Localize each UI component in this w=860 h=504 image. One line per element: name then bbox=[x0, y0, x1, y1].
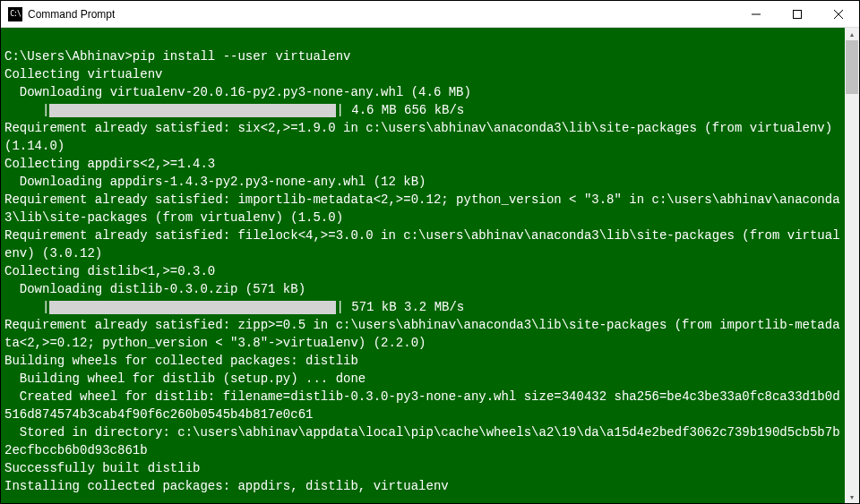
terminal-line: Collecting distlib<1,>=0.3.0 bbox=[4, 262, 841, 280]
terminal-line: Collecting appdirs<2,>=1.4.3 bbox=[4, 155, 841, 173]
terminal-line: Building wheels for collected packages: … bbox=[4, 352, 841, 370]
terminal-line: Successfully built distlib bbox=[4, 459, 841, 477]
progress-bar bbox=[49, 104, 336, 117]
minimize-button[interactable] bbox=[735, 1, 777, 27]
terminal-wrapper: C:\Users\Abhinav>pip install --user virt… bbox=[1, 28, 859, 503]
terminal-line: Requirement already satisfied: importlib… bbox=[4, 191, 841, 226]
progress-bar bbox=[49, 301, 336, 314]
terminal-line: Collecting virtualenv bbox=[4, 65, 841, 83]
terminal-line: Requirement already satisfied: six<2,>=1… bbox=[4, 119, 841, 155]
progress-prefix: | bbox=[4, 300, 49, 314]
svg-rect-1 bbox=[794, 10, 802, 18]
scrollbar-down-arrow-icon[interactable]: ▾ bbox=[845, 491, 859, 503]
command-prompt-window: C:\ Command Prompt C:\Users\Abhinav>pip … bbox=[0, 0, 860, 504]
terminal-line: Stored in directory: c:\users\abhinav\ap… bbox=[4, 423, 841, 459]
terminal-line: Downloading appdirs-1.4.3-py2.py3-none-a… bbox=[4, 173, 841, 191]
window-title: Command Prompt bbox=[28, 8, 735, 21]
close-button[interactable] bbox=[818, 1, 859, 27]
terminal-line: Building wheel for distlib (setup.py) ..… bbox=[4, 370, 841, 388]
terminal-line: Downloading distlib-0.3.0.zip (571 kB) bbox=[4, 280, 841, 298]
terminal-line: || 571 kB 3.2 MB/s bbox=[4, 298, 841, 316]
vertical-scrollbar[interactable]: ▴ ▾ bbox=[845, 28, 859, 503]
progress-suffix: | 4.6 MB 656 kB/s bbox=[336, 103, 464, 117]
close-icon bbox=[834, 10, 843, 19]
maximize-icon bbox=[793, 10, 802, 19]
terminal-line: Requirement already satisfied: zipp>=0.5… bbox=[4, 316, 841, 352]
terminal-line: Requirement already satisfied: filelock<… bbox=[4, 226, 841, 262]
cmd-icon: C:\ bbox=[8, 7, 22, 21]
progress-prefix: | bbox=[4, 103, 49, 117]
terminal-output[interactable]: C:\Users\Abhinav>pip install --user virt… bbox=[1, 28, 845, 503]
terminal-line bbox=[4, 30, 841, 47]
scrollbar-thumb[interactable] bbox=[846, 40, 858, 94]
progress-suffix: | 571 kB 3.2 MB/s bbox=[336, 300, 464, 314]
maximize-button[interactable] bbox=[777, 1, 818, 27]
titlebar[interactable]: C:\ Command Prompt bbox=[1, 1, 859, 28]
window-controls bbox=[735, 1, 859, 27]
terminal-line: || 4.6 MB 656 kB/s bbox=[4, 101, 841, 119]
scrollbar-up-arrow-icon[interactable]: ▴ bbox=[845, 28, 859, 40]
terminal-line: Installing collected packages: appdirs, … bbox=[4, 477, 841, 495]
minimize-icon bbox=[752, 10, 761, 19]
terminal-line: Downloading virtualenv-20.0.16-py2.py3-n… bbox=[4, 83, 841, 101]
terminal-line: Created wheel for distlib: filename=dist… bbox=[4, 388, 841, 423]
terminal-line: C:\Users\Abhinav>pip install --user virt… bbox=[4, 47, 841, 65]
